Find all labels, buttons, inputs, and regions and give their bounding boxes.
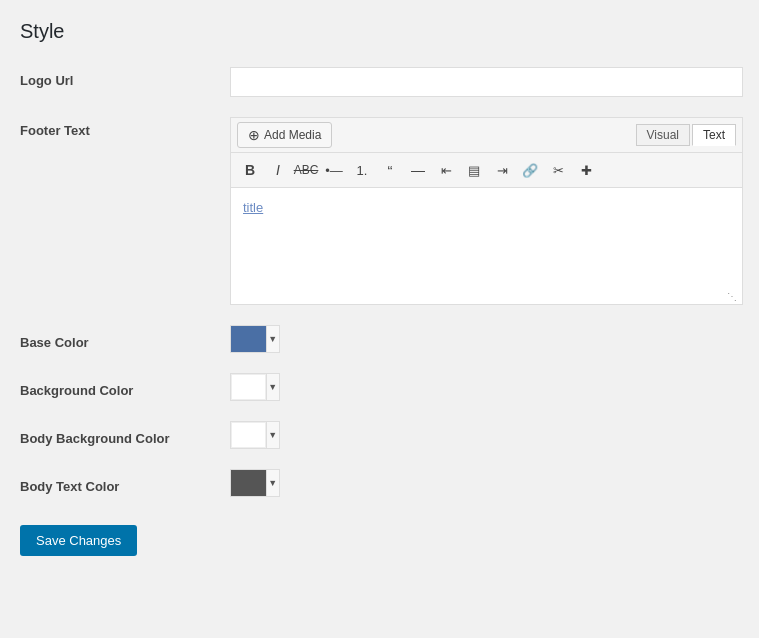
table-icon: ✚ — [581, 163, 592, 178]
background-color-dropdown[interactable]: ▼ — [266, 374, 279, 400]
background-color-row: Background Color ▼ — [20, 373, 739, 401]
page-title: Style — [20, 20, 739, 43]
body-background-color-field: ▼ — [230, 421, 739, 449]
body-background-color-swatch — [231, 422, 266, 448]
body-text-color-row: Body Text Color ▼ — [20, 469, 739, 497]
background-color-field: ▼ — [230, 373, 739, 401]
bold-icon: B — [245, 162, 255, 178]
hr-icon: — — [411, 162, 425, 178]
strikethrough-button[interactable]: ABC — [293, 157, 319, 183]
footer-text-label: Footer Text — [20, 117, 230, 138]
editor-resize-bar: ⋱ — [231, 288, 742, 304]
base-color-swatch — [231, 326, 266, 352]
base-color-picker[interactable]: ▼ — [230, 325, 280, 353]
body-text-color-dropdown[interactable]: ▼ — [266, 470, 279, 496]
editor-topbar: ⊕ Add Media Visual Text — [231, 118, 742, 153]
bold-button[interactable]: B — [237, 157, 263, 183]
body-background-color-dropdown[interactable]: ▼ — [266, 422, 279, 448]
base-color-label: Base Color — [20, 329, 230, 350]
align-center-button[interactable]: ▤ — [461, 157, 487, 183]
background-color-picker[interactable]: ▼ — [230, 373, 280, 401]
tab-text[interactable]: Text — [692, 124, 736, 146]
unlink-icon: ✂ — [553, 163, 564, 178]
align-left-button[interactable]: ⇤ — [433, 157, 459, 183]
blockquote-icon: “ — [388, 162, 393, 179]
align-right-icon: ⇥ — [497, 163, 508, 178]
ul-icon: •— — [325, 163, 343, 178]
editor-content[interactable]: title — [231, 188, 742, 288]
resize-handle[interactable]: ⋱ — [726, 290, 738, 302]
editor-container: ⊕ Add Media Visual Text B I — [230, 117, 743, 305]
editor-tabs: Visual Text — [636, 124, 736, 146]
strikethrough-icon: ABC — [294, 163, 319, 177]
table-button[interactable]: ✚ — [573, 157, 599, 183]
save-changes-button[interactable]: Save Changes — [20, 525, 137, 556]
base-color-field: ▼ — [230, 325, 739, 353]
body-background-color-row: Body Background Color ▼ — [20, 421, 739, 449]
body-background-color-label: Body Background Color — [20, 425, 230, 446]
body-text-color-swatch — [231, 470, 266, 496]
unordered-list-button[interactable]: •— — [321, 157, 347, 183]
add-media-button[interactable]: ⊕ Add Media — [237, 122, 332, 148]
add-media-icon: ⊕ — [248, 127, 260, 143]
background-color-swatch — [231, 374, 266, 400]
tab-visual[interactable]: Visual — [636, 124, 690, 146]
body-text-color-label: Body Text Color — [20, 473, 230, 494]
body-text-color-field: ▼ — [230, 469, 739, 497]
ordered-list-button[interactable]: 1. — [349, 157, 375, 183]
add-media-label: Add Media — [264, 128, 321, 142]
body-text-color-picker[interactable]: ▼ — [230, 469, 280, 497]
link-button[interactable]: 🔗 — [517, 157, 543, 183]
footer-text-field: ⊕ Add Media Visual Text B I — [230, 117, 743, 305]
unlink-button[interactable]: ✂ — [545, 157, 571, 183]
align-left-icon: ⇤ — [441, 163, 452, 178]
ol-icon: 1. — [357, 163, 368, 178]
hr-button[interactable]: — — [405, 157, 431, 183]
footer-text-row: Footer Text ⊕ Add Media Visual Text — [20, 117, 739, 305]
align-right-button[interactable]: ⇥ — [489, 157, 515, 183]
background-color-label: Background Color — [20, 377, 230, 398]
italic-button[interactable]: I — [265, 157, 291, 183]
italic-icon: I — [276, 162, 280, 178]
base-color-row: Base Color ▼ — [20, 325, 739, 353]
body-background-color-picker[interactable]: ▼ — [230, 421, 280, 449]
editor-toolbar: B I ABC •— 1. “ — [231, 153, 742, 188]
blockquote-button[interactable]: “ — [377, 157, 403, 183]
logo-url-row: Logo Url — [20, 67, 739, 97]
align-center-icon: ▤ — [468, 163, 480, 178]
logo-url-field — [230, 67, 743, 97]
base-color-dropdown[interactable]: ▼ — [266, 326, 279, 352]
link-icon: 🔗 — [522, 163, 538, 178]
save-row: Save Changes — [20, 517, 739, 556]
logo-url-input[interactable] — [230, 67, 743, 97]
editor-link[interactable]: title — [243, 200, 263, 215]
logo-url-label: Logo Url — [20, 67, 230, 88]
